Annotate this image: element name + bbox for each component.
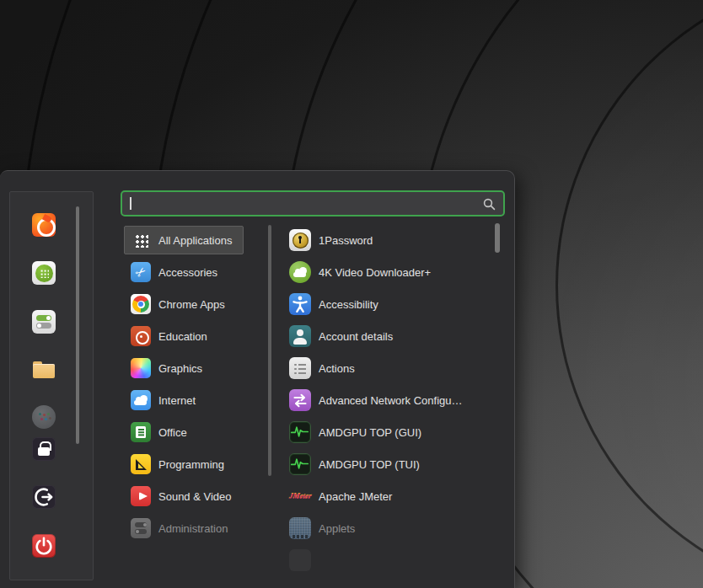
- category-label: Education: [158, 330, 207, 343]
- atom-icon: [131, 326, 151, 346]
- category-label: Accessories: [158, 266, 217, 279]
- pending-app-icon: [32, 405, 56, 429]
- sidebar-item-software-manager[interactable]: [32, 261, 56, 285]
- list-icon: [289, 357, 311, 379]
- lock-screen-icon: [32, 437, 56, 461]
- category-label: All Applications: [158, 234, 232, 247]
- sidebar-item-shutdown[interactable]: [32, 534, 56, 558]
- app-label: Advanced Network Configu…: [319, 394, 463, 407]
- category-graphics[interactable]: Graphics: [124, 354, 214, 382]
- app-label: Applets: [319, 522, 355, 535]
- category-label: Internet: [158, 394, 196, 407]
- rainbow-icon: [131, 358, 151, 378]
- category-label: Chrome Apps: [158, 298, 225, 311]
- sidebar-item-logout[interactable]: [32, 485, 56, 509]
- app-label: AMDGPU TOP (GUI): [319, 426, 421, 439]
- keyhole-icon: [289, 229, 311, 251]
- partially-visible-app-icon: [289, 549, 311, 571]
- category-all-applications[interactable]: All Applications: [124, 226, 244, 254]
- search-icon: [482, 197, 496, 215]
- user-bust-icon: [289, 325, 311, 347]
- app-label: Actions: [319, 362, 355, 375]
- firefox-icon: [32, 213, 56, 237]
- green-cloud-icon: [289, 261, 311, 283]
- app-label: Account details: [319, 330, 393, 343]
- category-label: Office: [158, 426, 187, 439]
- software-manager-icon: [32, 261, 56, 285]
- cloud-icon: [131, 390, 151, 410]
- pulse-icon: [289, 453, 311, 475]
- category-accessories[interactable]: ✂ Accessories: [124, 258, 229, 286]
- person-icon: [289, 293, 311, 315]
- system-settings-icon: [32, 310, 56, 334]
- app-item-account-details[interactable]: Account details: [282, 322, 405, 350]
- category-internet[interactable]: Internet: [124, 386, 207, 414]
- jmeter-logo-icon: JMeter: [289, 485, 311, 507]
- app-item-partially-visible[interactable]: [282, 546, 323, 575]
- play-icon: [131, 486, 151, 506]
- shutdown-icon: [32, 534, 56, 558]
- app-item-advanced-network-configuration[interactable]: Advanced Network Configu…: [282, 386, 475, 414]
- category-chrome-apps[interactable]: Chrome Apps: [124, 290, 237, 318]
- category-administration[interactable]: Administration: [124, 514, 239, 543]
- sidebar-item-pending-app[interactable]: [32, 405, 56, 429]
- sidebar-item-system-settings[interactable]: [32, 310, 56, 334]
- search-input[interactable]: [122, 192, 503, 215]
- app-label: 1Password: [319, 234, 373, 247]
- category-label: Administration: [158, 522, 228, 535]
- menu-sidebar: [9, 191, 94, 580]
- document-icon: [131, 422, 151, 442]
- chrome-icon: [131, 294, 151, 314]
- set-square-icon: [131, 454, 151, 474]
- sidebar-item-files[interactable]: [32, 358, 56, 382]
- category-list-scrollbar[interactable]: [268, 225, 271, 476]
- app-item-applets[interactable]: Applets: [282, 514, 367, 543]
- category-label: Sound & Video: [158, 490, 232, 503]
- toggles-icon: [131, 518, 151, 538]
- swap-arrows-icon: [289, 389, 311, 411]
- app-label: Accessibility: [319, 298, 378, 311]
- application-menu: All Applications ✂ Accessories Chrome Ap…: [0, 170, 515, 588]
- files-folder-icon: [32, 358, 56, 382]
- app-grid-icon: [131, 230, 151, 250]
- category-programming[interactable]: Programming: [124, 450, 236, 478]
- app-item-amdgpu-top-tui[interactable]: AMDGPU TOP (TUI): [282, 450, 432, 478]
- app-label: 4K Video Downloader+: [319, 266, 431, 279]
- app-item-apache-jmeter[interactable]: JMeter Apache JMeter: [282, 482, 404, 510]
- sidebar-scrollbar[interactable]: [76, 206, 79, 444]
- category-sound-video[interactable]: Sound & Video: [124, 482, 244, 510]
- app-item-accessibility[interactable]: Accessibility: [282, 290, 390, 318]
- app-list-scrollbar[interactable]: [495, 223, 500, 253]
- app-item-amdgpu-top-gui[interactable]: AMDGPU TOP (GUI): [282, 418, 433, 446]
- app-label: AMDGPU TOP (TUI): [319, 458, 420, 471]
- category-education[interactable]: Education: [124, 322, 219, 350]
- app-item-4k-video-downloader[interactable]: 4K Video Downloader+: [282, 258, 443, 286]
- pulse-icon: [289, 421, 311, 443]
- category-office[interactable]: Office: [124, 418, 199, 446]
- sidebar-item-lock-screen[interactable]: [32, 437, 56, 461]
- sidebar-item-firefox[interactable]: [32, 213, 56, 237]
- app-item-1password[interactable]: 1Password: [282, 226, 384, 254]
- scissors-icon: ✂: [131, 262, 151, 282]
- category-label: Graphics: [158, 362, 202, 375]
- app-label: Apache JMeter: [319, 490, 392, 503]
- category-label: Programming: [158, 458, 224, 471]
- search-box: [121, 190, 505, 216]
- applet-chip-icon: [289, 517, 311, 539]
- app-item-actions[interactable]: Actions: [282, 354, 367, 382]
- text-caret: [130, 197, 131, 210]
- logout-icon: [32, 485, 56, 509]
